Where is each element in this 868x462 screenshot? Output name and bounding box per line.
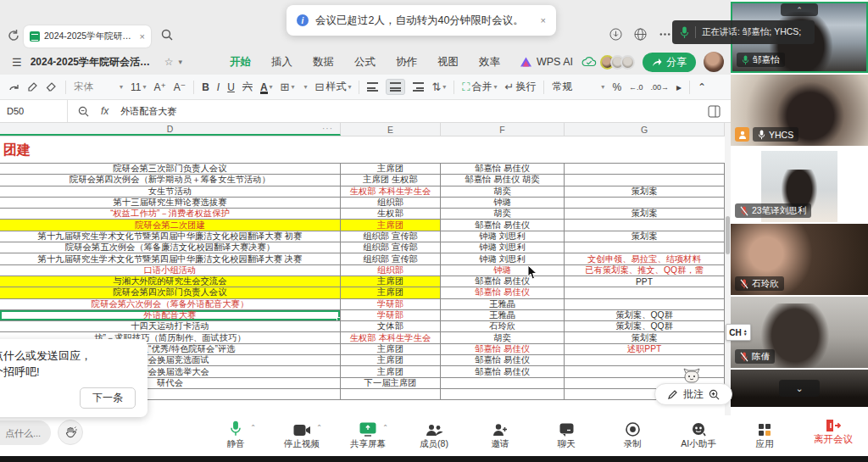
cell[interactable]: 第十三届研究生辩论赛选拔赛 [0, 198, 341, 209]
cell[interactable]: 院研会第六次例会（筹备外语配音大赛） [0, 299, 341, 310]
cell[interactable]: 组织部 [341, 265, 441, 276]
share-button[interactable]: 分享 [643, 53, 696, 72]
cell[interactable]: 邹嘉怡 易佳仪 [441, 164, 565, 175]
cell[interactable]: 邹嘉怡 易佳仪 [441, 220, 565, 231]
col-header-f[interactable]: F [441, 123, 565, 136]
next-button[interactable]: 下一条 [80, 387, 136, 409]
browser-tab[interactable]: 2024-2025学年院研会活动安... × [24, 25, 151, 47]
table-row[interactable]: “权益工作坊”－消费者权益保护生权部胡奕策划案 [0, 209, 725, 220]
cell[interactable] [565, 287, 725, 298]
table-row[interactable]: 外语配音大赛学研部王雅晶策划案、QQ群 [0, 310, 725, 321]
table-row[interactable]: 与湘大外院的研究生会交流会主席团邹嘉怡 易佳仪PPT [0, 276, 725, 287]
annotate-label[interactable]: 批注 [683, 387, 704, 402]
table-row[interactable]: 院研会第二次团建主席团邹嘉怡 易佳仪 [0, 220, 725, 231]
tab-formula[interactable]: 公式 [354, 55, 376, 70]
cell[interactable]: 主席团 [341, 164, 441, 175]
chevron-down-icon[interactable]: ▾ [178, 58, 182, 66]
table-row[interactable]: 第十三届研究生辩论赛选拔赛组织部钟璐 [0, 198, 725, 209]
increase-font-icon[interactable]: A⁺ [154, 81, 166, 93]
cell[interactable]: 主席团 [341, 276, 441, 287]
tab-home[interactable]: 开始 [230, 55, 251, 70]
cell[interactable]: 策划案、QQ群 [565, 321, 725, 332]
refresh-icon[interactable] [7, 29, 20, 42]
table-row[interactable]: 女生节活动生权部 本科生学生会胡奕策划案 [0, 186, 725, 198]
cell[interactable]: 王雅晶 [441, 299, 565, 310]
scrollbar-handle[interactable] [726, 216, 730, 254]
toolbar-more-icon[interactable]: ▸ [676, 81, 682, 93]
font-family-select[interactable]: 宋体▾ [74, 81, 123, 93]
fill-color-button[interactable]: ▾ [302, 83, 307, 91]
number-format-select[interactable]: 常规▾ [552, 80, 604, 94]
format-painter-icon[interactable] [27, 81, 38, 92]
cell[interactable]: 文体部 [341, 321, 441, 332]
video-tile-6[interactable]: ⌄ [731, 370, 868, 407]
cell[interactable]: 十四天运动打卡活动 [0, 321, 341, 332]
pen-icon[interactable] [667, 389, 678, 400]
table-row[interactable]: 第十九届研究生学术文化节暨第四届中华廉洁文化校园翻译大赛 决赛组织部 宣传部钟璐… [0, 253, 725, 264]
cell[interactable] [441, 378, 565, 389]
tab-view[interactable]: 视图 [437, 55, 459, 70]
cell[interactable]: 策划案 [565, 186, 725, 198]
cell[interactable]: 下一届主席团 [341, 378, 441, 389]
tab-close-icon[interactable]: × [140, 31, 145, 42]
formula-value[interactable]: 外语配音大赛 [120, 105, 176, 118]
cell[interactable] [565, 366, 725, 377]
cell[interactable] [565, 242, 725, 253]
wrap-text-button[interactable]: ↵换行 [504, 80, 536, 94]
font-size-select[interactable]: 11▾ [131, 81, 146, 93]
cell-styles-button[interactable]: ⊟样式▾ [315, 80, 352, 94]
cell[interactable]: 生权部 本科生学生会 [341, 186, 441, 198]
cell[interactable]: 策划案 [565, 332, 725, 343]
percent-button[interactable]: % [612, 81, 621, 93]
col-header-d[interactable]: D··· [0, 123, 341, 136]
chevron-down-icon[interactable]: ⌄ [779, 380, 820, 397]
cell[interactable]: 已有策划案、推文、QQ群，需 [565, 265, 725, 276]
cell[interactable]: 主席团 [341, 220, 441, 231]
tab-insert[interactable]: 插入 [271, 55, 292, 70]
col-header-g[interactable]: G [565, 123, 725, 136]
leave-meeting-button[interactable]: 离开会议 [802, 419, 865, 446]
cell[interactable]: 女生节活动 [0, 186, 341, 198]
globe-icon[interactable] [634, 28, 647, 41]
cell[interactable] [565, 220, 725, 231]
table-row[interactable]: 十四天运动打卡活动文体部石玲欣策划案、QQ群 [0, 321, 725, 332]
col-header-e[interactable]: E [341, 123, 441, 136]
video-tile-2[interactable]: YHCS [731, 75, 868, 146]
cell[interactable]: 生权部 [341, 209, 441, 220]
cell[interactable] [565, 299, 725, 310]
toast-close-icon[interactable]: × [541, 15, 546, 25]
cell[interactable]: 文创申领、易拉宝、结项材料 [565, 253, 725, 264]
invite-button[interactable]: 邀请 [478, 418, 522, 450]
cell[interactable]: 院研会第四次部门负责人会议 [0, 287, 341, 298]
cell[interactable] [565, 355, 725, 366]
eraser-icon[interactable] [46, 82, 58, 92]
wave-reaction-button[interactable] [58, 420, 83, 445]
cell[interactable]: 主席团 [341, 355, 441, 366]
ai-assistant-button[interactable]: AI小助手 [676, 418, 721, 450]
task-pane-icon[interactable] [708, 105, 721, 118]
table-row[interactable]: 院研会第五次例会（筹备廉洁文化校园翻译大赛决赛）组织部 宣传部钟璐 刘思利 [0, 242, 725, 253]
chevron-up-icon[interactable]: ⌃ [250, 424, 256, 431]
cell[interactable]: “权益工作坊”－消费者权益保护 [0, 209, 341, 220]
hamburger-menu-icon[interactable]: ☰ [12, 56, 22, 69]
share-screen-button[interactable]: 共享屏幕⌃ [346, 418, 390, 450]
download-icon[interactable] [609, 28, 622, 41]
cell[interactable]: 院研会第五次例会（筹备廉洁文化校园翻译大赛决赛） [0, 242, 341, 253]
align-left-button[interactable] [367, 82, 378, 92]
cell[interactable]: 院研会第二次团建 [0, 220, 341, 231]
cell[interactable]: 邹嘉怡 易佳仪 [441, 344, 565, 355]
font-color-button[interactable]: A▾ [260, 83, 273, 92]
cell[interactable]: 述职PPT [565, 344, 725, 355]
chat-button[interactable]: 聊天 [544, 418, 588, 450]
tab-wps-ai[interactable]: WPS AI [537, 56, 573, 68]
collaborator-avatars[interactable] [604, 55, 635, 70]
cell[interactable]: 钟璐 [441, 265, 565, 276]
bold-button[interactable]: B [202, 81, 209, 93]
cell[interactable]: 邹嘉怡 易佳仪 [441, 276, 565, 287]
cell[interactable]: 钟璐 刘思利 [441, 253, 565, 264]
cell[interactable]: 口语小组活动 [0, 265, 341, 276]
cell[interactable]: 胡奕 [441, 209, 565, 220]
mute-button[interactable]: 静音⌃ [214, 418, 258, 450]
table-row[interactable]: 第十九届研究生学术文化节暨第四届中华廉洁文化校园翻译大赛 初赛组织部 宣传部钟璐… [0, 231, 725, 242]
align-right-button[interactable] [413, 82, 424, 92]
